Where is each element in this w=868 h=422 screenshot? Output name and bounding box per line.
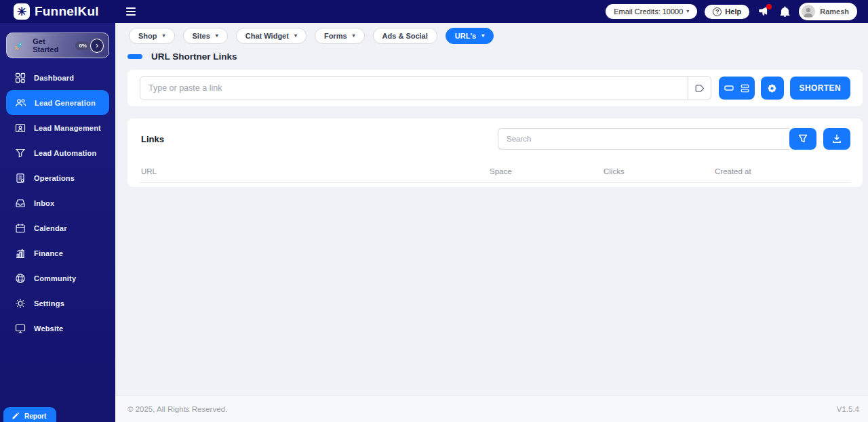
tag-button[interactable] (688, 77, 711, 100)
report-label: Report (24, 413, 46, 420)
hamburger-menu-icon[interactable] (123, 5, 138, 18)
links-section-title: Links (141, 134, 164, 144)
announcements-button[interactable] (757, 5, 770, 18)
user-name: Ramesh (820, 7, 849, 16)
email-credits-label: Email Credits: 10000 (614, 7, 683, 16)
tab-label: Ads & Social (382, 32, 428, 40)
caret-down-icon: ▾ (686, 9, 689, 14)
download-button[interactable] (823, 128, 850, 150)
gear-icon (15, 298, 26, 309)
sidebar-item-calendar[interactable]: Calendar (0, 215, 115, 240)
column-header-clicks: Clicks (604, 167, 625, 175)
funnelkul-logo-icon: ✳ (14, 3, 30, 20)
rocket-icon (14, 41, 24, 51)
list-view-icon (740, 83, 750, 93)
sidebar-item-website[interactable]: Website (0, 316, 115, 341)
shortener-card: SHORTEN (127, 70, 863, 106)
calendar-icon (15, 223, 26, 234)
get-started-button[interactable]: Get Started 0% › (6, 33, 109, 58)
main-content: Shop ▾ Sites ▾ Chat Widget ▾ Forms ▾ Ads… (115, 23, 868, 422)
sidebar-item-label: Dashboard (34, 74, 74, 82)
funnel-icon (15, 148, 26, 159)
user-menu[interactable]: Ramesh (799, 3, 857, 20)
question-mark-icon: ? (713, 7, 722, 16)
column-header-space: Space (490, 167, 512, 175)
monitor-icon (15, 323, 26, 334)
sidebar-item-label: Calendar (34, 224, 67, 232)
caret-down-icon: ▾ (163, 33, 165, 39)
filter-icon (797, 133, 808, 144)
sidebar: Get Started 0% › Dashboard Lead Generati… (0, 23, 115, 422)
links-table-header: URL Space Clicks Created at (140, 167, 850, 177)
links-card: Links URL Space Clicks C (127, 119, 863, 187)
version-label: V1.5.4 (837, 405, 859, 413)
email-credits-dropdown[interactable]: Email Credits: 10000 ▾ (606, 4, 697, 19)
progress-badge: 0% (75, 41, 90, 50)
page-title: URL Shortner Links (151, 51, 237, 62)
gear-icon (766, 83, 778, 94)
sidebar-item-label: Community (34, 274, 76, 282)
sidebar-item-label: Lead Management (34, 124, 101, 132)
sidebar-item-community[interactable]: Community (0, 266, 115, 291)
sidebar-item-label: Finance (34, 249, 63, 257)
notifications-button[interactable] (778, 5, 791, 18)
shorten-button[interactable]: SHORTEN (790, 77, 850, 100)
pencil-icon (12, 412, 20, 420)
sidebar-item-label: Lead Automation (34, 149, 96, 157)
link-input-group (140, 76, 711, 100)
sidebar-item-label: Inbox (34, 199, 54, 207)
search-input[interactable] (498, 128, 789, 150)
column-header-url: URL (141, 167, 157, 175)
globe-icon (15, 273, 26, 284)
tab-label: URL's (455, 32, 476, 40)
filter-button[interactable] (789, 128, 816, 150)
bar-chart-icon (15, 248, 26, 259)
sidebar-item-label: Settings (34, 299, 64, 308)
tab-label: Sites (193, 32, 210, 40)
get-started-label: Get Started (33, 37, 71, 54)
sidebar-item-dashboard[interactable]: Dashboard (0, 65, 115, 90)
shorten-settings-button[interactable] (761, 77, 784, 100)
tab-label: Chat Widget (245, 32, 289, 40)
copyright-text: © 2025, All Rights Reserved. (127, 405, 227, 413)
sidebar-item-label: Website (34, 324, 63, 333)
single-view-icon (724, 83, 734, 93)
report-button[interactable]: Report (3, 407, 56, 422)
notification-dot (766, 4, 772, 9)
chevron-right-icon[interactable]: › (90, 39, 104, 53)
tab-forms[interactable]: Forms ▾ (315, 28, 365, 44)
brand[interactable]: ✳ FunnelKul (0, 3, 115, 20)
sidebar-item-finance[interactable]: Finance (0, 240, 115, 266)
caret-down-icon: ▾ (216, 33, 218, 39)
download-icon (831, 133, 842, 144)
sidebar-item-lead-management[interactable]: Lead Management (0, 115, 115, 140)
module-tabs: Shop ▾ Sites ▾ Chat Widget ▾ Forms ▾ Ads… (115, 23, 868, 44)
link-input[interactable] (140, 77, 688, 100)
clipboard-icon (15, 173, 26, 184)
caret-down-icon: ▾ (353, 33, 355, 39)
tab-chat-widget[interactable]: Chat Widget ▾ (236, 28, 307, 44)
id-card-icon (15, 123, 26, 133)
help-button[interactable]: ? Help (705, 5, 749, 19)
top-header: ✳ FunnelKul Email Credits: 10000 ▾ ? Hel… (0, 0, 868, 23)
sidebar-item-operations[interactable]: Operations (0, 165, 115, 190)
avatar (802, 5, 815, 18)
sidebar-item-lead-generation[interactable]: Lead Generation (6, 90, 109, 115)
caret-down-icon: ▾ (294, 33, 297, 39)
sidebar-item-inbox[interactable]: Inbox (0, 190, 115, 215)
tab-shop[interactable]: Shop ▾ (129, 28, 175, 44)
footer: © 2025, All Rights Reserved. V1.5.4 (115, 395, 868, 422)
dashboard-icon (15, 72, 26, 83)
sidebar-item-settings[interactable]: Settings (0, 291, 115, 316)
view-toggle[interactable] (719, 77, 755, 100)
sidebar-item-lead-automation[interactable]: Lead Automation (0, 140, 115, 165)
brand-name: FunnelKul (35, 4, 99, 19)
inbox-icon (15, 198, 26, 209)
title-accent-dash (127, 54, 142, 59)
tab-label: Forms (324, 32, 347, 40)
tab-ads-social[interactable]: Ads & Social (373, 28, 437, 44)
tab-urls[interactable]: URL's ▾ (446, 28, 494, 44)
bell-icon (779, 6, 791, 18)
tab-sites[interactable]: Sites ▾ (183, 28, 228, 44)
sidebar-item-label: Lead Generation (35, 99, 96, 107)
